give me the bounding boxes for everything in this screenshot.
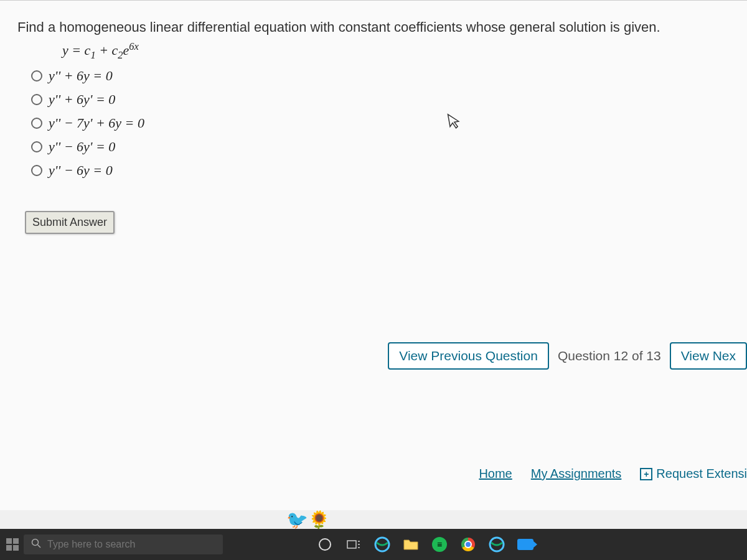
search-icon — [31, 538, 41, 551]
edge-browser-icon-2[interactable] — [487, 534, 507, 554]
general-solution-formula: y = c1 + c2e6x — [12, 40, 735, 62]
question-nav: View Previous Question Question 12 of 13… — [388, 342, 747, 370]
video-camera-icon[interactable] — [515, 534, 535, 554]
radio-icon[interactable] — [31, 70, 42, 82]
radio-icon[interactable] — [31, 94, 42, 105]
answer-options: y'' + 6y = 0 y'' + 6y' = 0 y'' − 7y' + 6… — [12, 68, 735, 179]
edge-browser-icon[interactable] — [372, 534, 392, 554]
extension-plus-icon: + — [640, 468, 652, 480]
chrome-icon[interactable] — [458, 534, 478, 554]
option-label: y'' + 6y' = 0 — [49, 91, 115, 108]
svg-rect-2 — [347, 541, 356, 548]
option-label: y'' − 6y' = 0 — [49, 139, 115, 155]
windows-taskbar: ≡ — [0, 529, 747, 560]
spotify-icon[interactable]: ≡ — [430, 534, 449, 554]
question-counter: Question 12 of 13 — [558, 348, 661, 363]
option-label: y'' − 7y' + 6y = 0 — [49, 115, 144, 131]
home-link[interactable]: Home — [479, 467, 512, 481]
file-explorer-icon[interactable] — [401, 534, 421, 554]
decorative-birds-icon: 🐦🌻 — [286, 510, 330, 530]
request-extension-link[interactable]: + Request Extensi — [640, 467, 747, 481]
option-4[interactable]: y'' − 6y' = 0 — [31, 139, 735, 155]
option-label: y'' + 6y = 0 — [49, 68, 113, 84]
question-panel: Find a homogeneous linear differential e… — [0, 0, 747, 510]
option-1[interactable]: y'' + 6y = 0 — [31, 68, 735, 84]
radio-icon[interactable] — [31, 141, 42, 152]
radio-icon[interactable] — [31, 118, 42, 129]
my-assignments-link[interactable]: My Assignments — [531, 467, 622, 481]
svg-line-1 — [38, 545, 41, 548]
svg-point-0 — [32, 539, 39, 546]
footer-links: Home My Assignments + Request Extensi — [479, 467, 747, 481]
view-previous-button[interactable]: View Previous Question — [388, 342, 549, 370]
extension-label: Request Extensi — [656, 467, 747, 481]
start-menu-icon[interactable] — [6, 538, 19, 551]
taskbar-search[interactable] — [24, 534, 223, 554]
option-2[interactable]: y'' + 6y' = 0 — [31, 91, 735, 108]
option-label: y'' − 6y = 0 — [49, 162, 113, 179]
search-input[interactable] — [47, 539, 215, 550]
taskbar-app-icons: ≡ — [315, 534, 535, 554]
view-next-button[interactable]: View Nex — [670, 342, 747, 370]
option-3[interactable]: y'' − 7y' + 6y = 0 — [31, 115, 735, 131]
question-prompt: Find a homogeneous linear differential e… — [12, 19, 735, 35]
task-view-icon[interactable] — [344, 534, 364, 554]
submit-answer-button[interactable]: Submit Answer — [25, 211, 115, 234]
option-5[interactable]: y'' − 6y = 0 — [31, 162, 735, 179]
radio-icon[interactable] — [31, 165, 42, 176]
cortana-icon[interactable] — [315, 534, 335, 554]
